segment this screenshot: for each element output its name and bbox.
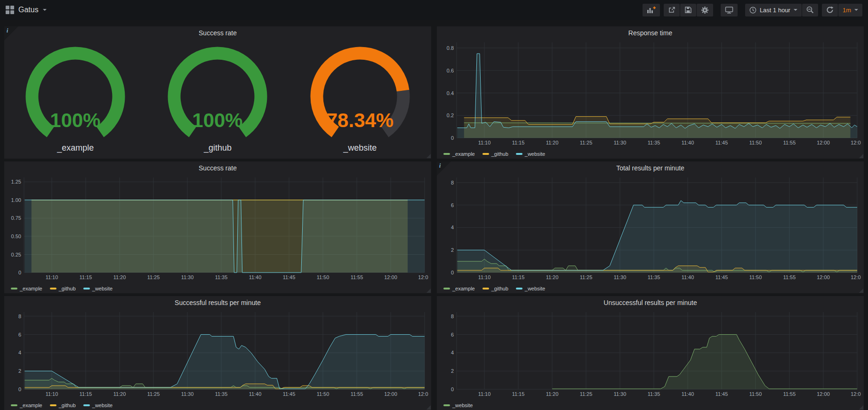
resize-handle-icon[interactable]	[426, 154, 431, 158]
success-rate-chart[interactable]: 00.250.500.751.001.2511:1011:1511:2011:2…	[7, 175, 428, 281]
navbar: Gatus	[0, 0, 868, 20]
legend-item-github[interactable]: _github	[50, 286, 76, 291]
svg-text:12:00: 12:00	[817, 140, 830, 145]
svg-text:12:05: 12:05	[851, 140, 861, 145]
chart-svg: 0246811:1011:1511:2011:2511:3011:3511:40…	[440, 309, 861, 398]
gauge-value: 100%	[50, 109, 100, 131]
refresh-interval-button[interactable]: 1m	[838, 4, 862, 16]
time-range-button[interactable]: Last 1 hour	[745, 4, 802, 16]
svg-text:0: 0	[451, 135, 454, 141]
svg-text:0.2: 0.2	[447, 113, 454, 118]
tv-mode-button[interactable]	[721, 4, 738, 16]
resize-handle-icon[interactable]	[426, 289, 431, 293]
legend-item-example[interactable]: _example	[11, 286, 42, 291]
svg-text:6: 6	[18, 332, 21, 338]
resize-handle-icon[interactable]	[426, 405, 431, 410]
info-corner-icon[interactable]: i	[4, 26, 18, 40]
svg-text:11:50: 11:50	[317, 274, 330, 280]
panel-response-time: Response time 00.20.40.60.811:1011:1511:…	[437, 26, 864, 159]
svg-text:11:55: 11:55	[783, 391, 796, 397]
panel-title[interactable]: Response time	[437, 26, 864, 40]
resize-handle-icon[interactable]	[859, 405, 863, 410]
svg-text:12:00: 12:00	[384, 274, 397, 280]
svg-text:11:55: 11:55	[351, 391, 363, 397]
chevron-down-icon	[854, 9, 858, 11]
svg-text:11:50: 11:50	[317, 391, 330, 397]
legend-item-example[interactable]: _example	[443, 286, 475, 291]
legend-swatch-icon	[83, 288, 90, 289]
svg-text:0.75: 0.75	[11, 215, 21, 221]
svg-text:2: 2	[18, 368, 21, 374]
legend-item-website[interactable]: _website	[83, 286, 113, 291]
response-time-chart[interactable]: 00.20.40.60.811:1011:1511:2011:2511:3011…	[440, 40, 861, 146]
panel-unsuccessful-results: Unsuccessful results per minute 0246811:…	[437, 296, 864, 410]
gauge-svg: 100%	[152, 46, 283, 143]
svg-text:0: 0	[451, 270, 454, 275]
svg-text:0.8: 0.8	[447, 45, 454, 51]
legend-label: _github	[59, 402, 76, 408]
gauge-website: 78.34%_website	[294, 46, 426, 153]
legend-item-website[interactable]: _website	[516, 286, 545, 291]
settings-button[interactable]	[697, 4, 713, 16]
svg-text:0.6: 0.6	[447, 68, 454, 73]
share-button[interactable]	[664, 4, 680, 16]
add-panel-button[interactable]	[643, 4, 660, 16]
legend-item-github[interactable]: _github	[482, 286, 508, 291]
refresh-button[interactable]	[822, 4, 838, 16]
dashboard-title[interactable]: Gatus	[18, 6, 39, 14]
svg-text:2: 2	[451, 368, 454, 374]
svg-text:12:00: 12:00	[817, 274, 830, 280]
legend: _example_github_website	[11, 286, 113, 291]
legend-label: _github	[491, 286, 508, 291]
legend-item-example[interactable]: _example	[11, 402, 42, 408]
panel-total-results: i Total results per minute 0246811:1011:…	[437, 161, 864, 293]
svg-text:11:35: 11:35	[648, 391, 660, 397]
successful-results-chart[interactable]: 0246811:1011:1511:2011:2511:3011:3511:40…	[7, 309, 428, 398]
zoom-out-button[interactable]	[802, 4, 818, 16]
legend-item-example[interactable]: _example	[443, 151, 475, 157]
dashboard-grid: i Success rate 100%_example100%_github78…	[0, 20, 868, 410]
svg-text:11:15: 11:15	[512, 391, 525, 397]
legend-swatch-icon	[443, 288, 450, 289]
total-results-chart[interactable]: 0246811:1011:1511:2011:2511:3011:3511:40…	[440, 175, 861, 281]
panel-title[interactable]: Total results per minute	[437, 161, 864, 175]
legend-label: _github	[491, 151, 508, 157]
svg-text:11:10: 11:10	[478, 274, 491, 280]
legend-item-github[interactable]: _github	[50, 402, 76, 408]
legend-item-github[interactable]: _github	[482, 151, 508, 157]
refresh-interval-label: 1m	[843, 7, 851, 14]
legend-label: _example	[20, 402, 42, 408]
svg-text:4: 4	[451, 225, 454, 230]
gauge-label: _github	[204, 143, 232, 153]
legend-swatch-icon	[50, 404, 56, 406]
monitor-icon	[725, 6, 733, 14]
legend-item-website[interactable]: _website	[83, 402, 113, 408]
panel-title[interactable]: Unsuccessful results per minute	[437, 296, 864, 309]
svg-text:11:35: 11:35	[215, 391, 228, 397]
svg-text:11:35: 11:35	[648, 140, 660, 145]
resize-handle-icon[interactable]	[859, 289, 863, 293]
svg-text:11:45: 11:45	[715, 391, 728, 397]
panel-successful-results: Successful results per minute 0246811:10…	[4, 296, 431, 410]
svg-text:11:15: 11:15	[512, 274, 525, 280]
gauge-value: 100%	[193, 109, 243, 131]
svg-text:12:05: 12:05	[851, 274, 861, 280]
svg-text:11:30: 11:30	[614, 274, 627, 280]
legend-label: _example	[20, 286, 42, 291]
panel-title[interactable]: Success rate	[4, 161, 431, 175]
unsuccessful-results-chart[interactable]: 0246811:1011:1511:2011:2511:3011:3511:40…	[440, 309, 861, 398]
panel-title[interactable]: Successful results per minute	[4, 296, 431, 309]
legend-item-website[interactable]: _website	[516, 151, 545, 157]
svg-text:6: 6	[451, 332, 454, 338]
info-corner-icon[interactable]: i	[437, 161, 451, 176]
legend: _website	[443, 402, 473, 408]
svg-text:11:30: 11:30	[614, 140, 627, 145]
legend-label: _example	[452, 286, 475, 291]
save-button[interactable]	[680, 4, 696, 16]
legend-item-website[interactable]: _website	[443, 402, 473, 408]
panel-title[interactable]: Success rate	[4, 26, 431, 40]
svg-text:4: 4	[451, 350, 454, 355]
resize-handle-icon[interactable]	[859, 154, 863, 158]
legend-swatch-icon	[443, 153, 450, 155]
svg-text:11:55: 11:55	[783, 274, 796, 280]
